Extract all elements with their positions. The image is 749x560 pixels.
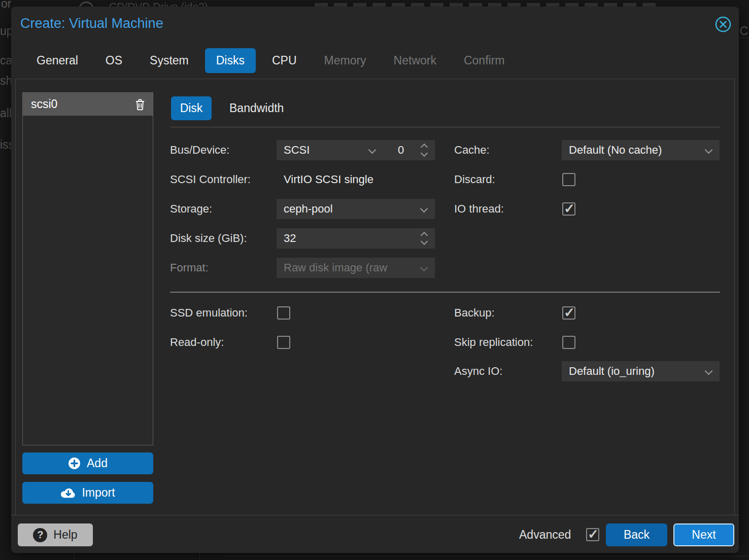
form-divider <box>170 292 720 293</box>
create-vm-dialog: Create: Virtual Machine General OS Syste… <box>11 7 739 553</box>
background-text-fragment: sh <box>0 74 11 88</box>
tab-memory: Memory <box>313 48 378 73</box>
back-button-label: Back <box>624 528 650 542</box>
bus-device-label: Bus/Device: <box>170 140 229 160</box>
background-row-label: CD/DVD Drive (ide2) <box>109 1 208 7</box>
number-stepper-icon[interactable] <box>421 143 429 157</box>
chevron-down-icon[interactable] <box>705 367 713 375</box>
format-label: Format: <box>170 258 209 278</box>
io-thread-label: IO thread: <box>454 199 504 219</box>
tab-disks[interactable]: Disks <box>205 48 256 73</box>
disk-size-value: 32 <box>284 232 296 244</box>
subtab-divider <box>170 127 720 127</box>
chevron-down-icon <box>420 264 428 272</box>
subtab-disk[interactable]: Disk <box>171 96 212 120</box>
footer-divider <box>11 515 739 515</box>
disk-item-label: scsi0 <box>23 97 133 111</box>
async-io-select[interactable]: Default (io_uring) <box>562 361 720 381</box>
plus-circle-icon <box>68 457 81 470</box>
question-circle-icon: ? <box>33 528 47 542</box>
bus-select-value[interactable]: SCSI <box>284 144 310 156</box>
background-page-right: C <box>739 0 749 560</box>
advanced-label: Advanced <box>519 523 571 546</box>
async-io-label: Async IO: <box>454 361 502 381</box>
add-button-label: Add <box>87 457 108 470</box>
trash-icon[interactable] <box>133 98 147 111</box>
tab-confirm: Confirm <box>453 48 516 73</box>
io-thread-checkbox[interactable] <box>562 202 575 216</box>
tab-system[interactable]: System <box>139 48 200 73</box>
cache-label: Cache: <box>454 140 490 160</box>
disk-size-input[interactable]: 32 <box>277 228 435 249</box>
tab-network: Network <box>383 48 448 73</box>
async-io-value: Default (io_uring) <box>569 365 655 377</box>
help-button-label: Help <box>53 528 77 542</box>
read-only-label: Read-only: <box>170 332 224 353</box>
subtab-bandwidth[interactable]: Bandwidth <box>229 96 284 120</box>
device-number-value[interactable]: 0 <box>386 140 416 160</box>
background-text-fragment: or <box>1 0 11 11</box>
backup-checkbox[interactable] <box>562 306 575 320</box>
tab-general[interactable]: General <box>25 48 89 73</box>
chevron-down-icon[interactable] <box>368 146 377 154</box>
backup-label: Backup: <box>454 303 495 323</box>
background-page-top: CD/DVD Drive (ide2) <box>0 0 749 7</box>
chevron-down-icon[interactable] <box>705 146 713 154</box>
background-page-left: or sh all iss <box>0 0 11 560</box>
skip-replication-label: Skip replication: <box>454 332 533 353</box>
next-button[interactable]: Next <box>673 523 734 546</box>
disk-list-item-scsi0[interactable]: scsi0 <box>23 93 153 116</box>
cloud-download-icon <box>60 486 76 499</box>
cache-select[interactable]: Default (No cache) <box>562 140 720 160</box>
format-value: Raw disk image (raw <box>284 261 387 274</box>
advanced-checkbox[interactable] <box>586 528 599 541</box>
help-button[interactable]: ? Help <box>18 523 93 546</box>
bus-device-field[interactable]: SCSI 0 <box>277 140 435 160</box>
next-button-label: Next <box>692 528 716 542</box>
chevron-down-icon[interactable] <box>420 205 428 213</box>
add-button[interactable]: Add <box>22 452 153 474</box>
disk-list: scsi0 <box>22 92 153 445</box>
background-text-fragment: iss <box>0 138 11 152</box>
import-button[interactable]: Import <box>22 482 153 504</box>
ssd-emulation-label: SSD emulation: <box>170 303 248 323</box>
tab-os[interactable]: OS <box>94 48 133 73</box>
discard-checkbox[interactable] <box>562 173 575 186</box>
storage-select[interactable]: ceph-pool <box>277 199 435 219</box>
background-text-fragment: C <box>739 24 748 38</box>
storage-value: ceph-pool <box>284 202 333 215</box>
format-select: Raw disk image (raw <box>277 258 435 278</box>
ssd-emulation-checkbox[interactable] <box>277 306 290 320</box>
read-only-checkbox[interactable] <box>277 336 290 349</box>
skip-replication-checkbox[interactable] <box>562 336 575 349</box>
scsi-controller-label: SCSI Controller: <box>170 169 251 190</box>
background-radio-icon <box>79 2 94 7</box>
background-text-fragment: ca <box>0 54 12 67</box>
back-button[interactable]: Back <box>606 523 667 546</box>
background-blurred-text <box>315 3 660 7</box>
tab-cpu[interactable]: CPU <box>261 48 308 73</box>
discard-label: Discard: <box>454 169 495 190</box>
import-button-label: Import <box>82 486 115 500</box>
background-text-fragment: all <box>0 107 11 120</box>
scsi-controller-value: VirtIO SCSI single <box>284 169 373 190</box>
dialog-title: Create: Virtual Machine <box>20 16 163 31</box>
wizard-tabs: General OS System Disks CPU Memory Netwo… <box>25 48 516 73</box>
storage-label: Storage: <box>170 199 212 219</box>
number-stepper-icon[interactable] <box>421 231 429 246</box>
close-icon[interactable] <box>714 16 732 33</box>
disk-size-label: Disk size (GiB): <box>170 228 247 249</box>
cache-value: Default (No cache) <box>569 144 662 156</box>
